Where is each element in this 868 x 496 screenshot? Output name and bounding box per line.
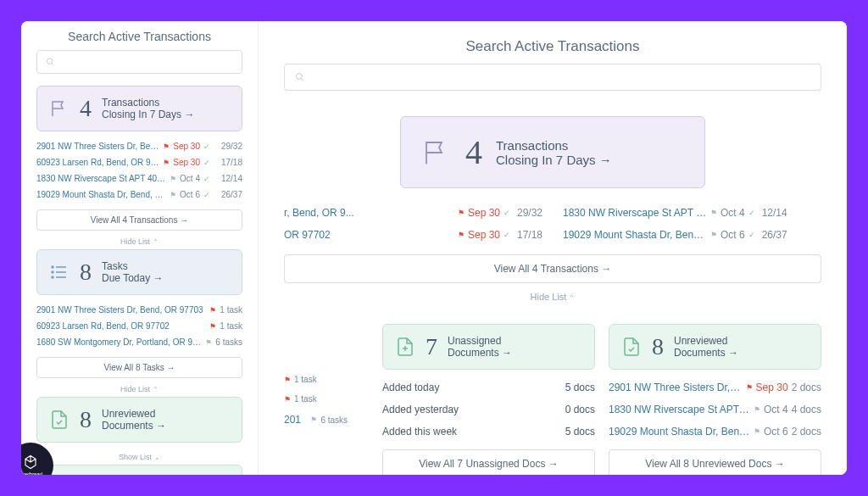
transactions-count: 4: [80, 95, 92, 122]
list-item[interactable]: 19029 Mount Shasta Dr, Bend, OR 9...⚑Oct…: [36, 187, 242, 203]
list-icon: [49, 262, 70, 282]
list-item[interactable]: Added this week5 docs: [382, 421, 595, 443]
search-field-lg[interactable]: [310, 71, 810, 83]
list-item[interactable]: 19029 Mount Shasta Dr, Bend, OR 9...⚑Oct…: [609, 421, 821, 443]
list-item[interactable]: ⚑1 task: [284, 389, 369, 409]
view-all-transactions[interactable]: View All 4 Transactions →: [36, 209, 242, 231]
hide-list-button[interactable]: Hide List⌃: [284, 287, 821, 307]
doc-check-icon: [621, 337, 642, 357]
svg-point-5: [52, 266, 53, 268]
unassigned-section: 7 Unassigned Documents → Added today5 do…: [382, 324, 595, 475]
search-input[interactable]: [36, 50, 242, 74]
list-item[interactable]: 201 ⚑6 tasks: [284, 409, 369, 431]
doc-check-icon: [49, 410, 70, 430]
list-item[interactable]: r, Bend, OR 9...⚑Sep 30✓29/32: [284, 202, 542, 224]
flag-icon: [49, 98, 70, 119]
list-item[interactable]: Added yesterday0 docs: [382, 398, 595, 421]
list-item[interactable]: 1830 NW Riverscape St APT 402, P...⚑Oct …: [609, 398, 821, 421]
hide-list-button[interactable]: Hide List⌃: [36, 382, 242, 397]
tasks-list: 2901 NW Three Sisters Dr, Bend, OR 97703…: [36, 302, 242, 350]
search-icon: [46, 57, 55, 67]
transactions-card-lg[interactable]: 4 Transactions Closing In 7 Days →: [400, 116, 705, 188]
view-all-tasks[interactable]: View All 8 Tasks →: [36, 357, 242, 378]
search-icon: [295, 72, 305, 82]
tasks-partial: ⚑1 task ⚑1 task 201 ⚑6 tasks: [284, 324, 369, 475]
svg-point-10: [296, 74, 302, 80]
view-all-unassigned[interactable]: View All 7 Unassigned Docs →: [382, 449, 595, 475]
cube-icon: [23, 454, 38, 470]
view-all-unreviewed[interactable]: View All 8 Unreviewed Docs →: [609, 449, 821, 475]
list-item[interactable]: 60923 Larsen Rd, Bend, OR 97702⚑1 task: [36, 318, 242, 334]
view-all-transactions-lg[interactable]: View All 4 Transactions →: [284, 254, 821, 283]
left-title: Search Active Transactions: [36, 30, 242, 43]
unassigned-card-lg[interactable]: 7 Unassigned Documents →: [382, 324, 595, 370]
flag-icon: [421, 137, 452, 168]
svg-line-1: [52, 63, 53, 64]
svg-point-0: [47, 59, 52, 64]
list-item[interactable]: 1680 SW Montgomery Dr, Portland, OR 9720…: [36, 334, 242, 350]
unassigned-card[interactable]: 7 Unassigned Documents →: [36, 465, 242, 475]
svg-line-11: [301, 78, 303, 80]
hide-list-button[interactable]: Hide List⌃: [36, 234, 242, 249]
list-item[interactable]: 1830 NW Riverscape St APT 402, P...⚑Oct …: [36, 170, 242, 187]
unreviewed-card[interactable]: 8 Unreviewed Documents →: [36, 397, 242, 443]
svg-point-7: [52, 276, 53, 278]
list-item[interactable]: 2901 NW Three Sisters Dr, Bend, O...⚑Sep…: [609, 376, 821, 398]
tasks-card[interactable]: 8 Tasks Due Today →: [36, 249, 242, 295]
transactions-grid: r, Bend, OR 9...⚑Sep 30✓29/32 OR 97702⚑S…: [284, 202, 821, 246]
list-item[interactable]: 2901 NW Three Sisters Dr, Bend, ...⚑Sep …: [36, 138, 242, 154]
list-item[interactable]: 19029 Mount Shasta Dr, Bend, OR 977...⚑O…: [563, 224, 821, 246]
list-item[interactable]: OR 97702⚑Sep 30✓17/18: [284, 224, 542, 246]
search-field[interactable]: [60, 56, 233, 68]
unreviewed-section: 8 Unreviewed Documents → 2901 NW Three S…: [609, 324, 821, 475]
list-item[interactable]: 2901 NW Three Sisters Dr, Bend, OR 97703…: [36, 302, 242, 318]
unreviewed-card-lg[interactable]: 8 Unreviewed Documents →: [609, 324, 821, 370]
right-title: Search Active Transactions: [284, 38, 821, 55]
tasks-count: 8: [80, 259, 92, 286]
list-item[interactable]: Added today5 docs: [382, 376, 595, 398]
show-list-button[interactable]: Show List⌄: [36, 449, 242, 465]
list-item[interactable]: 1830 NW Riverscape St APT 402, Port...⚑O…: [563, 202, 821, 224]
transactions-list: 2901 NW Three Sisters Dr, Bend, ...⚑Sep …: [36, 138, 242, 203]
doc-plus-icon: [395, 337, 415, 357]
search-input-lg[interactable]: [284, 64, 821, 91]
left-sidebar: Search Active Transactions 4 Transaction…: [21, 21, 259, 475]
list-item[interactable]: 60923 Larsen Rd, Bend, OR 97702⚑Sep 30✓1…: [36, 154, 242, 170]
svg-point-6: [52, 271, 53, 273]
transactions-card[interactable]: 4 Transactions Closing In 7 Days →: [36, 86, 242, 131]
list-item[interactable]: ⚑1 task: [284, 370, 369, 389]
main-content: Search Active Transactions 4 Transaction…: [259, 21, 847, 475]
